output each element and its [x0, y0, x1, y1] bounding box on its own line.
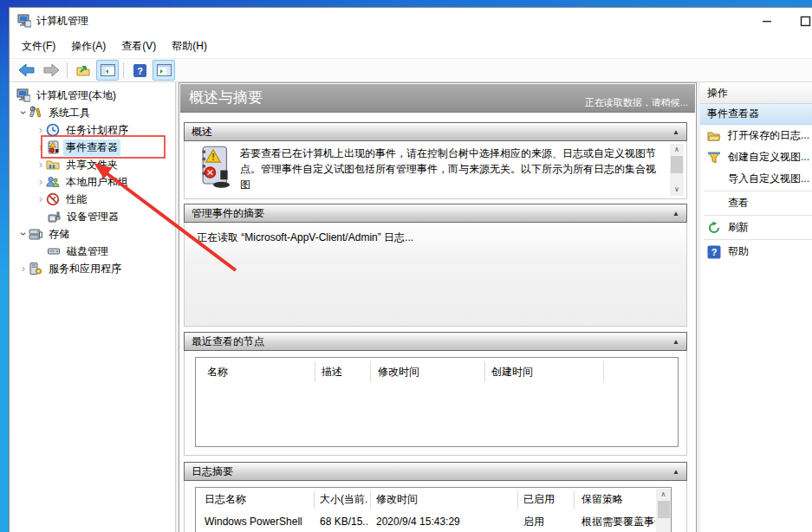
- actions-divider: [704, 191, 812, 191]
- action-help[interactable]: ? 帮助: [700, 241, 812, 263]
- svg-text:?: ?: [711, 247, 718, 257]
- folder-arrow-icon: [76, 64, 91, 77]
- shared-folders-icon: [46, 158, 60, 172]
- maximize-button[interactable]: [786, 8, 812, 34]
- toolbar-separator: [123, 62, 124, 78]
- actions-panel: 操作 事件查看器 打开保存的日志... 创建自定义视图...: [700, 82, 812, 532]
- admin-events-section-body: 正在读取 “Microsoft-AppV-Client/Admin” 日志...: [184, 223, 687, 327]
- action-open-saved-log[interactable]: 打开保存的日志...: [700, 125, 812, 146]
- tree-item-system-tools[interactable]: › 系统工具: [10, 104, 175, 121]
- menu-file[interactable]: 文件(F): [14, 36, 63, 57]
- tree-item-local-users-groups[interactable]: › 本地用户和组: [10, 173, 175, 191]
- main-panel-header: 概述与摘要 正在读取数据，请稍候...: [180, 84, 695, 113]
- chevron-collapsed-icon[interactable]: ›: [36, 159, 46, 170]
- show-console-tree-button[interactable]: [96, 60, 119, 81]
- actions-divider: [704, 239, 812, 240]
- collapse-arrow-icon[interactable]: ▲: [672, 128, 679, 136]
- action-import-custom-view[interactable]: 导入自定义视图...: [700, 168, 812, 190]
- action-create-custom-view[interactable]: 创建自定义视图...: [700, 146, 812, 168]
- toolbar: ?: [10, 58, 812, 82]
- overview-scrollbar[interactable]: ∧ ∨: [670, 144, 684, 196]
- refresh-icon: [707, 221, 721, 235]
- help-button[interactable]: ?: [128, 60, 151, 81]
- log-summary-table: 日志名称 大小(当前... 修改时间 已启用 保留策略 Windows Powe…: [195, 487, 672, 532]
- menu-bar: 文件(F) 操作(A) 查看(V) 帮助(H): [10, 34, 812, 58]
- tree-item-services-applications[interactable]: › 服务和应用程序: [10, 260, 175, 277]
- recent-nodes-table: 名称 描述 修改时间 创建时间: [195, 357, 679, 447]
- back-button[interactable]: [16, 60, 38, 81]
- chevron-collapsed-icon[interactable]: ›: [36, 142, 46, 152]
- recent-nodes-section-header[interactable]: 最近查看的节点 ▲: [184, 332, 687, 351]
- overview-section-header[interactable]: 概述 ▲: [184, 122, 687, 141]
- menu-action[interactable]: 操作(A): [63, 36, 114, 57]
- scroll-thumb[interactable]: [671, 156, 683, 173]
- filter-funnel-icon: [707, 151, 721, 165]
- overview-text: 若要查看已在计算机上出现的事件，请在控制台树中选择相应的来源、日志或自定义视图节…: [240, 146, 660, 196]
- column-header-created[interactable]: 创建时间: [491, 358, 533, 386]
- minimize-button[interactable]: [748, 8, 786, 34]
- computer-management-app-icon: [17, 14, 31, 28]
- tree-item-storage[interactable]: › 存储: [10, 225, 175, 243]
- admin-events-section-header[interactable]: 管理事件的摘要 ▲: [184, 204, 687, 223]
- tree-item-computer-management[interactable]: 计算机管理(本地): [10, 87, 175, 104]
- collapse-arrow-icon[interactable]: ▲: [672, 338, 679, 346]
- log-summary-row[interactable]: Windows PowerShell 68 KB/15... 2020/9/4 …: [196, 510, 671, 532]
- svg-text:!: !: [211, 152, 215, 162]
- menu-view[interactable]: 查看(V): [114, 36, 164, 57]
- tree-item-event-viewer[interactable]: › 事件查看器: [10, 139, 175, 156]
- collapse-arrow-icon[interactable]: ▲: [672, 468, 679, 476]
- log-table-scrollbar[interactable]: ∧: [656, 489, 671, 532]
- column-header-name[interactable]: 名称: [207, 358, 228, 386]
- column-header-description[interactable]: 描述: [322, 358, 342, 386]
- column-header-modified[interactable]: 修改时间: [378, 358, 419, 386]
- chevron-collapsed-icon[interactable]: ›: [18, 263, 29, 274]
- column-header-enabled[interactable]: 已启用: [523, 488, 555, 510]
- event-viewer-large-icon: ! ✕: [197, 146, 230, 189]
- scroll-up-icon[interactable]: ∧: [656, 489, 671, 501]
- collapse-arrow-icon[interactable]: ▲: [672, 210, 679, 217]
- svg-text:✕: ✕: [206, 167, 214, 178]
- disk-management-icon: [47, 244, 61, 258]
- console-tree-panel: 计算机管理(本地) › 系统工具 › 任务计划程序: [10, 82, 176, 532]
- loading-status: 正在读取数据，请稍候...: [585, 96, 688, 109]
- open-folder-icon: [707, 129, 721, 143]
- actions-divider: [704, 215, 812, 216]
- window-title: 计算机管理: [36, 14, 88, 29]
- column-header-size[interactable]: 大小(当前...: [320, 488, 368, 510]
- admin-events-loading-text: 正在读取 “Microsoft-AppV-Client/Admin” 日志...: [197, 231, 413, 243]
- scroll-up-icon[interactable]: ∧: [670, 144, 684, 156]
- tree-item-performance[interactable]: › 性能: [10, 191, 175, 208]
- forward-button[interactable]: [40, 60, 62, 81]
- chevron-collapsed-icon[interactable]: ›: [36, 125, 46, 135]
- toolbar-separator: [67, 62, 68, 78]
- log-summary-section-header[interactable]: 日志摘要 ▲: [184, 462, 687, 481]
- tree-item-disk-management[interactable]: 磁盘管理: [10, 243, 175, 260]
- chevron-collapsed-icon[interactable]: ›: [36, 194, 46, 204]
- tree-item-device-manager[interactable]: 设备管理器: [10, 208, 175, 225]
- log-summary-table-header: 日志名称 大小(当前... 修改时间 已启用 保留策略: [196, 488, 671, 510]
- actions-panel-title: 操作: [700, 82, 812, 104]
- chevron-expanded-icon[interactable]: ›: [18, 107, 29, 118]
- column-header-modified[interactable]: 修改时间: [376, 488, 418, 510]
- action-refresh[interactable]: 刷新: [700, 217, 812, 238]
- menu-help[interactable]: 帮助(H): [164, 36, 215, 57]
- recent-nodes-section-body: 名称 描述 修改时间 创建时间: [184, 351, 687, 456]
- actions-group-event-viewer[interactable]: 事件查看器: [700, 104, 812, 125]
- export-list-button[interactable]: [72, 60, 94, 81]
- tree-item-task-scheduler[interactable]: › 任务计划程序: [10, 121, 175, 139]
- chevron-expanded-icon[interactable]: ›: [18, 229, 29, 239]
- scroll-thumb[interactable]: [658, 501, 670, 518]
- show-action-pane-button[interactable]: [153, 60, 175, 81]
- chevron-collapsed-icon[interactable]: ›: [36, 177, 46, 187]
- column-header-log-name[interactable]: 日志名称: [205, 488, 246, 510]
- scroll-down-icon[interactable]: ∨: [670, 184, 684, 196]
- forward-arrow-icon: [43, 64, 59, 76]
- action-view[interactable]: 查看: [700, 192, 812, 214]
- main-panel: 概述与摘要 正在读取数据，请稍候... 概述 ▲ ! ✕: [179, 82, 697, 532]
- services-applications-icon: [29, 262, 42, 276]
- tree-item-shared-folders[interactable]: › 共享文件夹: [10, 156, 175, 173]
- event-viewer-icon: [46, 140, 60, 154]
- storage-icon: [29, 227, 42, 241]
- device-manager-icon: [47, 210, 61, 224]
- column-header-retention[interactable]: 保留策略: [581, 488, 642, 510]
